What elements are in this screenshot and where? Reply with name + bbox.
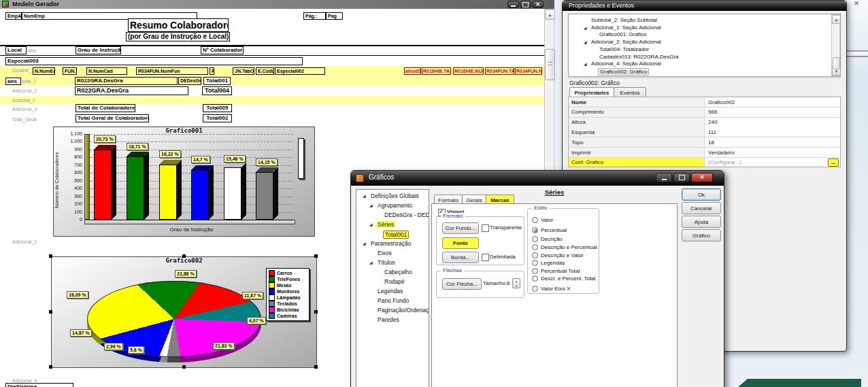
estilo-radio[interactable] [532,260,538,266]
fonte-button[interactable]: Fonte [442,237,479,249]
selection-handle[interactable] [182,254,186,258]
tree-expand-icon[interactable]: ◢ [363,241,366,246]
property-value[interactable]: Grafico002 [705,97,840,107]
field-pagina-label[interactable]: Pág.: [303,12,326,20]
dialog-tree-item[interactable]: DEDesGra - DEDesGr [383,212,429,218]
estilo-radio[interactable] [532,268,538,274]
estilo-radio[interactable] [532,252,538,258]
tree-expand-icon[interactable]: ◢ [584,61,587,66]
properties-tree-item[interactable]: Adicional_1: Seção Adicional [590,24,663,31]
field-empresa[interactable]: EmpA [5,12,22,20]
properties-tree-item[interactable]: Adicional_2: Seção Adicional [590,39,663,45]
pie-chart-object[interactable]: Grafico002 22,88 %11,67 %4,07 %21,83 %5,… [51,256,317,368]
properties-tree-item[interactable]: Grafico002: Gráfico [598,68,649,75]
selection-handle[interactable] [314,254,318,258]
tamanho-spinner[interactable]: ▲▼ [512,278,520,288]
detalhe-field[interactable]: N.NumEmp [33,67,55,75]
property-value[interactable]: Verdadeiro [705,148,840,157]
property-value[interactable]: 18 [705,137,840,147]
grafico-button[interactable]: Gráfico [682,229,721,241]
detalhe-red-field[interactable]: R034FUN.NUM [515,67,542,75]
tree-expand-icon[interactable]: ◢ [584,39,587,44]
dialog-tree-item[interactable]: Rodapé [383,278,406,285]
detalhe-red-field[interactable]: alnsdSit [404,67,421,75]
field-ains[interactable]: ains [5,78,21,85]
properties-tree-item[interactable]: Total004: Totalizador [598,46,650,52]
dialog-tree-item[interactable]: Cabeçalho [383,269,414,275]
estilo-radio[interactable] [532,217,538,223]
selection-handle[interactable] [49,310,52,314]
dialog-tree-item[interactable]: Paredes [376,316,401,323]
ok-button[interactable]: Ok [682,188,721,201]
selection-handle[interactable] [314,365,318,369]
tree-expand-icon[interactable]: ◢ [363,193,366,198]
dialog-tree-item[interactable]: Total001 [383,231,409,239]
transparente-checkbox[interactable] [482,224,489,232]
properties-tree-item[interactable]: Cadastro013: R022GRA.DesGra [598,54,680,60]
field-total001[interactable]: Total001 [203,77,231,85]
cor-fundo-button[interactable]: Cor Fundo... [442,222,479,234]
column-header-grau[interactable]: Grau de Instrução [76,46,121,54]
tree-expand-icon[interactable]: ◢ [584,25,587,30]
report-window-titlebar[interactable]: Modelo Gerador ✕ [0,0,554,9]
cancelar-button[interactable]: Cancelar [682,202,721,214]
selection-handle[interactable] [182,365,186,369]
dialog-tree-item[interactable]: Legendas [376,288,404,295]
field-dia-sistema[interactable]: DiaSistema [5,383,73,387]
dialog-tree-item[interactable]: Parametrização [369,240,413,247]
detalhe-field[interactable]: N.NumCad [86,67,127,75]
property-value[interactable]: 566 [705,107,840,117]
minimize-button[interactable] [507,1,519,8]
detalhe-red-field[interactable]: R016HIE.TAB [422,67,451,75]
column-header-ncolab[interactable]: Nº Colaboradores [201,46,244,54]
tree-scroll-thumb[interactable] [833,57,840,69]
dialog-tree-item[interactable]: Agrupamento [376,202,414,209]
estilo-radio[interactable] [532,244,538,250]
properties-tree-item[interactable]: Adicional_4: Seção Adicional [590,61,663,67]
detalhe-field[interactable]: E.CodLoc [256,67,274,75]
tree-expand-icon[interactable]: ◢ [369,203,373,207]
property-value[interactable]: 111 [705,127,840,137]
dialog-tree-item[interactable]: Eixos [376,250,393,256]
dialog-tree-item[interactable]: Pano Fundo [376,297,410,304]
properties-tree-scrollbar[interactable]: ▲ ▼ [831,14,840,76]
column-header-local[interactable]: Local [5,46,27,54]
dialog-tree-item[interactable]: Títulos [376,259,397,266]
selection-handle[interactable] [314,310,318,314]
dialog-maximize-button[interactable] [673,173,690,182]
report-title-2[interactable]: (por Grau de Instrução e Local) [126,32,230,41]
dialog-titlebar[interactable]: Gráficos ✕ [351,171,724,186]
estilo-radio[interactable] [532,286,538,292]
detalhe-red-field[interactable]: R016HIE.NUM [453,67,484,75]
field-total-colab-text[interactable]: Total de Colaboradores : [76,104,135,112]
field-dedesgra[interactable]: DEDesGra [178,77,201,85]
field-total002[interactable]: Total002 [203,114,232,122]
tree-scroll-up[interactable]: ▲ [832,15,841,24]
estilo-radio[interactable] [532,227,538,233]
properties-tree-item[interactable]: Grafico001: Gráfico [598,31,648,37]
report-title-1[interactable]: Resumo Colaboradores [128,18,229,32]
ajuda-button[interactable]: Ajuda [682,216,721,228]
field-total004[interactable]: Total004 [202,86,232,95]
field-pagina[interactable]: Pag [326,12,343,20]
dialog-tree-item[interactable]: Séries [376,221,395,228]
tab-propriedades[interactable]: Propriedades [569,87,614,97]
estilo-radio[interactable] [532,275,538,282]
cor-flecha-button[interactable]: Cor Flecha... [442,278,482,290]
tree-expand-icon[interactable]: ◢ [369,222,373,226]
dialog-tree-item[interactable]: Paginação/Ordenação [376,307,429,314]
scroll-thumb[interactable] [545,49,555,80]
tree-expand-icon[interactable]: ◢ [369,260,373,265]
property-value[interactable]: 240 [705,118,840,127]
detalhe-field[interactable]: R [210,67,214,75]
property-value[interactable]: (Configurar...) [705,158,827,167]
detalhe-field[interactable]: R034FUN.NomFun [136,67,208,75]
detalhe-field[interactable]: FUN.T [63,67,77,75]
dialog-close-button[interactable]: ✕ [691,173,713,182]
estilo-radio[interactable] [532,236,538,242]
field-desgra-ad2[interactable]: R022GRA.DesGra [75,86,188,95]
scroll-up-button[interactable]: ▲ [545,10,555,20]
background-window-close-icon[interactable]: ✕ [851,0,862,7]
maximize-button[interactable] [520,1,531,8]
field-total005[interactable]: Total005 [203,104,232,112]
